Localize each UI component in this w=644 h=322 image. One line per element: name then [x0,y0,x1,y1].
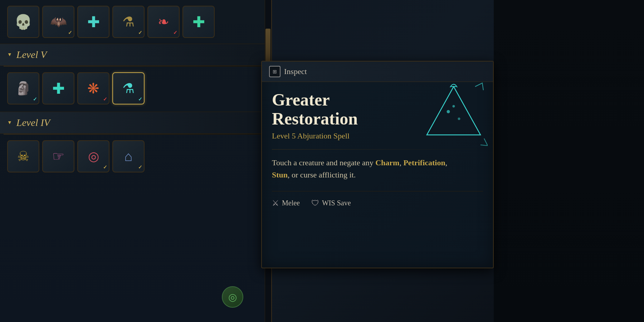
checkmark-teal-mask: ✓ [33,96,37,102]
spell-icon-brain[interactable]: ✓ [77,140,109,172]
collapse-triangle-v: ▼ [7,52,12,58]
spell-icon-cross-teal2[interactable] [42,72,74,104]
cross-teal2-icon [52,80,65,97]
spell-stats: ⚔ Melee 🛡 WIS Save [272,191,483,208]
inspect-icon: ⊞ [269,66,280,77]
spell-type: Level 5 Abjuration Spell [272,131,483,141]
level-v-label: Level V [16,49,47,60]
spell-name: Greater Restoration [272,91,408,128]
spell-icon-skeleton[interactable] [7,6,39,38]
highlight-stun: Stun [272,170,288,179]
spell-description: Touch a creature and negate any Charm, P… [272,157,451,181]
checkmark-teal-flask: ✓ [138,96,142,102]
inspect-bar: ⊞ Inspect [262,62,493,82]
level-iv-label: Level IV [16,117,50,128]
spell-icon-flame-wing[interactable]: ✓ [77,72,109,104]
cross-green-icon [192,13,205,31]
shield-icon: 🛡 [311,199,319,208]
finger-icon [52,148,64,164]
cross-teal-icon [87,13,100,31]
skeleton-icon [14,14,32,30]
spell-panel: ✓ ✓ ✓ ▼ Level V [0,0,272,322]
skull2-icon [17,148,29,164]
mask-icon [15,81,31,96]
bottom-btn-icon: ◎ [228,291,237,303]
inspect-label: Inspect [284,67,307,76]
arch-icon [125,148,133,164]
right-dark-area [494,0,644,322]
checkmark-red2: ✓ [103,96,107,102]
level-v-spell-row: ✓ ✓ ✓ [0,67,271,109]
main-container: ✓ ✓ ✓ ▼ Level V [0,0,644,322]
wis-save-label: WIS Save [322,199,351,207]
spell-icon-finger[interactable] [42,140,74,172]
spell-icon-bat[interactable]: ✓ [42,6,74,38]
flask-icon [122,80,135,96]
stat-melee: ⚔ Melee [272,199,300,208]
spell-icon-wing[interactable]: ✓ [147,6,180,38]
tooltip-content: Greater Restoration Level 5 Abjuration S… [262,82,493,216]
spell-icon-skull2[interactable] [7,140,39,172]
level-iv-header[interactable]: ▼ Level IV [0,112,271,134]
spell-icon-potion[interactable]: ✓ [112,6,145,38]
melee-label: Melee [282,199,300,207]
checkmark-gold3: ✓ [103,164,107,170]
spell-icon-mask[interactable]: ✓ [7,72,39,104]
spell-icon-arch[interactable]: ✓ [112,140,145,172]
spell-name-line1: Greater [272,90,330,109]
collapse-triangle-iv: ▼ [7,120,12,126]
spell-name-line2: Restoration [272,109,358,128]
level-iv-spell-row: ✓ ✓ [0,135,271,177]
spell-icon-flask-selected[interactable]: ✓ [112,72,145,104]
bat-icon [50,14,67,30]
melee-icon: ⚔ [272,199,279,208]
level-v-header[interactable]: ▼ Level V [0,44,271,66]
content-divider [272,149,483,150]
highlight-charm: Charm [375,158,399,167]
stat-wis-save: 🛡 WIS Save [311,199,351,208]
wing-red-icon [158,14,169,30]
bottom-action-button[interactable]: ◎ [222,286,243,308]
flame-wing-icon [87,80,99,97]
spell-icon-cross-teal[interactable] [77,6,109,38]
checkmark-gold: ✓ [68,30,72,36]
top-spell-row: ✓ ✓ ✓ [0,0,271,42]
potion-icon [122,14,135,30]
checkmark-red: ✓ [173,30,177,36]
checkmark-gold2: ✓ [138,30,142,36]
inspect-icon-symbol: ⊞ [273,69,277,75]
checkmark-gold4: ✓ [138,164,142,170]
highlight-petrification: Petrification [403,158,445,167]
tooltip-panel: ⊞ Inspect [261,61,494,268]
spell-icon-cross-green[interactable] [182,6,215,38]
brain-icon [88,149,99,164]
